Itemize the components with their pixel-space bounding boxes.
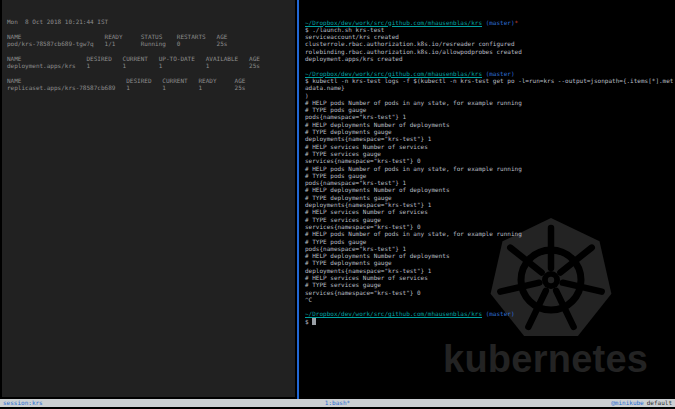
terminal-line: # HELP deployments Number of deployments: [305, 252, 675, 259]
right-terminal-pane[interactable]: ~/Dropbox/dev/work/src/github.com/mhause…: [301, 0, 675, 397]
terminal-line: ^C: [305, 296, 675, 303]
terminal-line: # HELP services Number of services: [305, 143, 675, 150]
terminal-line: services{namespace="krs-test"} 0: [305, 289, 675, 296]
terminal-line: $ ./launch.sh krs-test: [305, 26, 675, 33]
right-pane-content: ~/Dropbox/dev/work/src/github.com/mhause…: [305, 19, 675, 325]
terminal-line: [7, 25, 295, 32]
terminal-line: rolebinding.rbac.authorization.k8s.io/al…: [305, 48, 675, 55]
terminal-window: Mon 8 Oct 2018 10:21:44 ISTNAME READY ST…: [0, 0, 675, 409]
left-pane-content: Mon 8 Oct 2018 10:21:44 ISTNAME READY ST…: [7, 18, 295, 92]
terminal-line: serviceaccount/krs created: [305, 33, 675, 40]
terminal-line: pods{namespace="krs-test"} 1: [305, 113, 675, 120]
terminal-line: # HELP deployments Number of deployments: [305, 186, 675, 193]
window-tab-bash[interactable]: 1:bash*: [325, 399, 350, 407]
terminal-line: # TYPE deployments gauge: [305, 259, 675, 266]
terminal-line: NAME READY STATUS RESTARTS AGE: [7, 33, 295, 40]
terminal-line: deployments{namespace="krs-test"} 1: [305, 201, 675, 208]
terminal-line: # HELP pods Number of pods in any state,…: [305, 165, 675, 172]
namespace-label: default: [647, 399, 672, 406]
terminal-line: $ _: [305, 318, 675, 325]
terminal-line: services{namespace="krs-test"} 0: [305, 157, 675, 164]
tmux-status-bar: session:krs 1:bash* @minikubedefault: [0, 399, 675, 407]
terminal-line: deployment.apps/krs 1 1 1 1 25s: [7, 62, 295, 69]
terminal-line: # TYPE pods gauge: [305, 172, 675, 179]
terminal-line: deployments{namespace="krs-test"} 1: [305, 135, 675, 142]
terminal-line: deployments{namespace="krs-test"} 1: [305, 267, 675, 274]
terminal-line: ~/Dropbox/dev/work/src/github.com/mhause…: [305, 70, 675, 77]
status-right: @minikubedefault: [350, 399, 672, 407]
terminal-line: # TYPE services gauge: [305, 150, 675, 157]
terminal-line: [7, 70, 295, 77]
left-terminal-pane[interactable]: Mon 8 Oct 2018 10:21:44 ISTNAME READY ST…: [2, 0, 295, 397]
terminal-line: deployment.apps/krs created: [305, 55, 675, 62]
terminal-line: ): [305, 92, 675, 99]
terminal-line: $ kubectl -n krs-test logs -f $(kubectl …: [305, 77, 675, 92]
cluster-context-label: @minikube: [611, 399, 644, 406]
terminal-line: ~/Dropbox/dev/work/src/github.com/mhause…: [305, 19, 675, 26]
terminal-line: [305, 303, 675, 310]
terminal-line: # HELP pods Number of pods in any state,…: [305, 230, 675, 237]
pane-divider[interactable]: [297, 0, 299, 399]
terminal-line: # TYPE deployments gauge: [305, 128, 675, 135]
terminal-line: NAME DESIRED CURRENT UP-TO-DATE AVAILABL…: [7, 55, 295, 62]
terminal-line: # TYPE services gauge: [305, 216, 675, 223]
terminal-line: replicaset.apps/krs-78587cb689 1 1 1 25s: [7, 84, 295, 91]
terminal-line: [305, 62, 675, 69]
terminal-line: # HELP pods Number of pods in any state,…: [305, 99, 675, 106]
terminal-line: ~/Dropbox/dev/work/src/github.com/mhause…: [305, 310, 675, 317]
terminal-line: NAME DESIRED CURRENT READY AGE: [7, 77, 295, 84]
terminal-line: # TYPE services gauge: [305, 281, 675, 288]
terminal-line: clusterrole.rbac.authorization.k8s.io/re…: [305, 40, 675, 47]
terminal-line: # HELP deployments Number of deployments: [305, 121, 675, 128]
terminal-line: # HELP services Number of services: [305, 208, 675, 215]
terminal-line: # TYPE pods gauge: [305, 106, 675, 113]
terminal-line: # TYPE pods gauge: [305, 238, 675, 245]
terminal-line: [7, 47, 295, 54]
terminal-line: services{namespace="krs-test"} 0: [305, 223, 675, 230]
terminal-line: # TYPE deployments gauge: [305, 194, 675, 201]
terminal-line: pods{namespace="krs-test"} 1: [305, 245, 675, 252]
terminal-line: pod/krs-78587cb689-tgw7q 1/1 Running 0 2…: [7, 40, 295, 47]
terminal-line: Mon 8 Oct 2018 10:21:44 IST: [7, 18, 295, 25]
session-name-label: session:krs: [3, 399, 325, 407]
terminal-line: # HELP services Number of services: [305, 274, 675, 281]
terminal-line: pods{namespace="krs-test"} 1: [305, 179, 675, 186]
